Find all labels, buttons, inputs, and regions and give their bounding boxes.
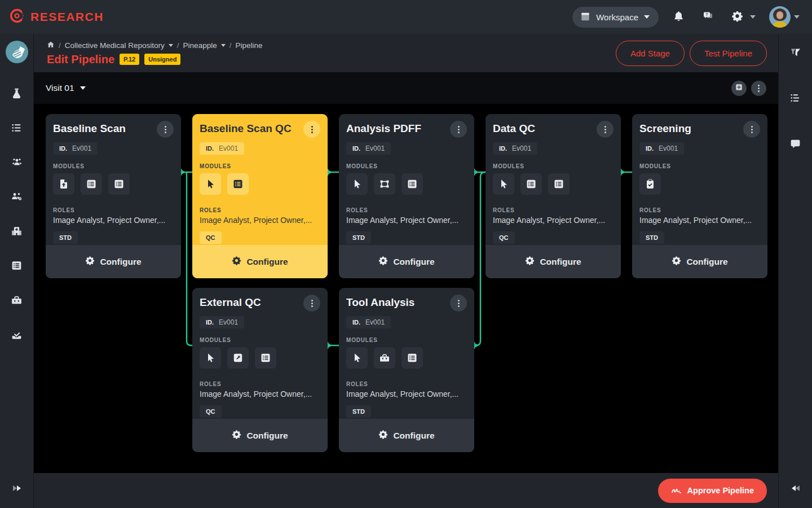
configure-label: Configure — [393, 257, 434, 267]
brand: RESEARCH — [8, 7, 104, 27]
list-module-icon[interactable] — [401, 347, 423, 369]
collapse-panel-button[interactable] — [784, 478, 807, 500]
stage-title: Data QC — [493, 121, 535, 137]
external-link-module-icon[interactable] — [227, 347, 249, 369]
modules-label: MODULES — [53, 163, 174, 169]
stage-menu-button[interactable] — [450, 121, 467, 138]
pipeline-canvas[interactable]: Baseline Scan ID. Ev001 MODULES — [34, 104, 778, 473]
configure-button[interactable]: Configure — [486, 245, 621, 278]
kebab-icon — [311, 129, 313, 130]
comment-icon — [789, 138, 801, 151]
gear-icon — [378, 256, 388, 268]
cursor-module-icon[interactable] — [493, 173, 514, 195]
brand-logo-icon — [8, 7, 25, 27]
kebab-icon — [751, 129, 753, 130]
sidebar-item-inbox[interactable] — [6, 323, 28, 345]
stage-card-screening: Screening ID. Ev001 MODULES — [632, 114, 767, 278]
expand-sidebar-button[interactable] — [6, 478, 28, 500]
stage-list-button[interactable] — [784, 87, 807, 110]
approve-pipeline-button[interactable]: Approve Pipeline — [658, 479, 767, 503]
gear-icon — [232, 256, 241, 268]
page-title: Edit Pipeline — [47, 53, 114, 66]
stage-menu-button[interactable] — [157, 121, 174, 138]
modules-label: MODULES — [639, 163, 760, 169]
stage-type-badge: QC — [200, 405, 222, 418]
breadcrumb-project[interactable]: Collective Medical Repository — [65, 41, 165, 50]
chevron-down-icon[interactable] — [794, 15, 800, 19]
chevron-down-icon[interactable] — [750, 15, 756, 19]
sidebar-item-users[interactable] — [6, 151, 28, 173]
module-list — [200, 347, 320, 369]
configure-button[interactable]: Configure — [46, 245, 181, 278]
roles-label: ROLES — [346, 207, 467, 213]
annotation-frame-module-icon[interactable] — [374, 173, 395, 195]
list-module-icon[interactable] — [548, 173, 570, 195]
stage-id-badge: ID. Ev001 — [493, 142, 537, 155]
configure-button[interactable]: Configure — [192, 245, 328, 278]
stage-card-tool-analysis: Tool Analysis ID. Ev001 MODULES — [339, 288, 474, 452]
kebab-icon — [458, 129, 460, 130]
modules-label: MODULES — [200, 163, 320, 169]
sidebar-item-forms[interactable] — [6, 254, 28, 277]
module-list — [53, 173, 174, 195]
breadcrumb-study[interactable]: Pineapple — [183, 41, 217, 50]
home-icon[interactable] — [47, 41, 55, 50]
stage-roles: Image Analyst, Project Owner,... — [53, 216, 174, 225]
stage-id-badge: ID. Ev001 — [53, 142, 98, 155]
list-module-icon[interactable] — [401, 173, 423, 195]
stage-menu-button[interactable] — [743, 121, 760, 138]
stage-menu-button[interactable] — [303, 121, 320, 138]
workspace-selector[interactable]: Workspace — [572, 7, 659, 28]
configure-button[interactable]: Configure — [192, 419, 328, 452]
list-module-icon[interactable] — [520, 173, 542, 195]
project-avatar[interactable] — [6, 41, 28, 63]
stage-menu-button[interactable] — [597, 121, 614, 138]
configure-button[interactable]: Configure — [339, 245, 474, 278]
chevron-down-icon[interactable] — [169, 44, 173, 47]
configure-button[interactable]: Configure — [339, 419, 474, 452]
chevron-down-icon[interactable] — [221, 44, 226, 47]
roles-label: ROLES — [639, 207, 760, 213]
configure-button[interactable]: Configure — [632, 245, 767, 278]
chevron-down-icon — [644, 15, 650, 19]
sidebar-item-lab[interactable] — [6, 82, 28, 104]
add-visit-button[interactable] — [731, 81, 747, 96]
test-pipeline-button[interactable]: Test Pipeline — [690, 41, 767, 66]
stage-type-badge: QC — [493, 231, 515, 244]
workspace-icon — [580, 11, 590, 23]
chat-help-icon: ? — [701, 10, 714, 24]
configure-label: Configure — [540, 257, 581, 267]
user-avatar[interactable] — [769, 6, 791, 28]
sidebar-item-toolbox[interactable] — [6, 288, 28, 311]
configure-label: Configure — [246, 431, 288, 441]
sidebar-item-tasks[interactable] — [6, 116, 28, 139]
stage-menu-button[interactable] — [450, 295, 467, 312]
sidebar-item-sites[interactable] — [6, 220, 28, 242]
visit-menu-button[interactable] — [751, 81, 766, 96]
top-bar: RESEARCH Workspace — [0, 0, 812, 34]
settings-button[interactable] — [727, 7, 747, 27]
cursor-module-icon[interactable] — [200, 173, 221, 195]
comments-button[interactable] — [784, 133, 807, 156]
notifications-button[interactable] — [669, 7, 688, 27]
help-chat-button[interactable]: ? — [698, 7, 717, 27]
toolbox-module-icon[interactable] — [374, 347, 395, 369]
cursor-module-icon[interactable] — [200, 347, 221, 369]
add-stage-button[interactable]: Add Stage — [616, 41, 685, 66]
list-module-icon[interactable] — [227, 173, 249, 195]
gear-icon — [378, 430, 388, 441]
left-sidebar — [0, 34, 34, 508]
stage-menu-button[interactable] — [303, 295, 320, 312]
kebab-icon — [604, 129, 606, 130]
stage-title: Baseline Scan — [53, 121, 126, 137]
list-module-icon[interactable] — [81, 173, 102, 195]
cursor-module-icon[interactable] — [346, 173, 368, 195]
upload-file-module-icon[interactable] — [53, 173, 74, 195]
list-module-icon[interactable] — [255, 347, 276, 369]
sidebar-item-user-management[interactable] — [6, 185, 28, 208]
visit-selector[interactable]: Visit 01 — [46, 83, 86, 93]
filter-button[interactable] — [784, 42, 807, 64]
cursor-module-icon[interactable] — [346, 347, 368, 369]
list-module-icon[interactable] — [108, 173, 130, 195]
clipboard-check-module-icon[interactable] — [639, 173, 661, 195]
